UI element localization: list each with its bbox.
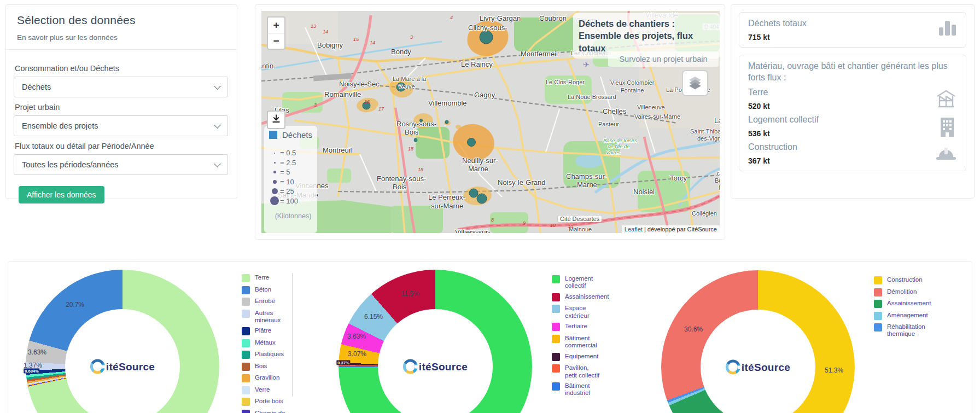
leaflet-link[interactable]: Leaflet [625, 226, 643, 232]
legend-item[interactable]: Aménagement [874, 312, 941, 320]
download-map-button[interactable] [267, 110, 285, 129]
attribution-text: | développé par CitéSource [643, 226, 717, 232]
flux-item-construction: Construction 367 kt [748, 142, 957, 165]
map-label: 18 [408, 146, 413, 152]
consumption-waste-select[interactable]: Déchets [14, 77, 228, 97]
map-label: Villeneuve [637, 104, 665, 110]
bar-chart-icon [937, 18, 957, 38]
legend-scrollbar[interactable] [292, 273, 293, 397]
legend-item[interactable]: Plastiques [242, 351, 285, 359]
legend-label: Porte bois [255, 398, 283, 405]
map-label: Coubron [539, 14, 567, 22]
legend-label: Réhabilitation thermique [887, 323, 941, 338]
map-label: Collégien [692, 210, 717, 217]
size-legend-row: = 2.5 [269, 158, 317, 168]
size-legend-row: = 25 [269, 187, 317, 196]
legend-swatch-icon [874, 300, 882, 308]
legend-label: Tertiaire [565, 323, 587, 330]
donut-chart-1[interactable]: itéSource [26, 270, 219, 413]
legend-swatch-icon [552, 305, 560, 313]
size-legend-row: = 5 [269, 167, 317, 177]
layers-icon [687, 74, 703, 92]
show-data-button[interactable]: Afficher les données [19, 186, 104, 203]
slice-percent-label: 3.63% [347, 333, 366, 340]
legend-item[interactable]: Equipement [552, 353, 602, 361]
legend-item[interactable]: Chemin de câble [242, 410, 285, 413]
size-dot-icon [274, 162, 276, 164]
legend-item[interactable]: Gravillon [242, 374, 285, 382]
size-legend-unit: (Kilotonnes) [269, 212, 317, 220]
map-label: sur-Marne [431, 202, 463, 210]
map-label: 13 [311, 24, 316, 29]
legend-item[interactable]: Verre [242, 386, 285, 394]
legend-label: Assainissement [887, 300, 931, 307]
flux-label: Construction [748, 142, 797, 153]
legend-label: Enrobé [255, 298, 275, 305]
donut-chart-3[interactable]: itéSource [661, 270, 855, 413]
chevron-down-icon [214, 121, 221, 129]
legend-item[interactable]: Enrobé [242, 298, 285, 306]
size-legend-title: Déchets [282, 130, 312, 139]
map-label: Villiers-sur- [455, 228, 491, 234]
map-attribution: Leaflet | développé par CitéSource [622, 225, 720, 233]
chevron-down-icon [214, 83, 221, 90]
zoom-in-button[interactable]: + [268, 18, 284, 33]
legend-item[interactable]: Espace extérieur [552, 305, 602, 319]
legend-item[interactable]: Assainissement [874, 300, 941, 308]
flux-value: 367 kt [748, 156, 797, 165]
legend-item[interactable]: Terre [242, 274, 285, 282]
map-label: Bois [405, 128, 418, 136]
legend-label: Assainissement [565, 293, 609, 300]
zoom-out-button[interactable]: − [268, 33, 284, 49]
urban-project-select[interactable]: Ensemble des projets [14, 115, 228, 136]
legend-item[interactable]: Métaux [242, 339, 285, 347]
legend-label: Verre [255, 386, 270, 393]
legend-item[interactable]: Plâtre [242, 327, 285, 335]
legend-label: Démolition [887, 288, 917, 295]
legend-item[interactable]: Assainissement [552, 293, 602, 301]
citesource-logo: itéSource [90, 359, 155, 374]
data-selection-panel: Sélection des données En savoir plus sur… [5, 4, 237, 199]
legend-item[interactable]: Porte bois [242, 398, 285, 406]
map-label: Base de loisirs [603, 137, 637, 143]
legend-item[interactable]: Bâtiment commercial [552, 335, 602, 349]
size-label: = 25 [280, 187, 294, 195]
size-legend-row: = 0.5 [269, 148, 317, 158]
legend-item[interactable]: Réhabilitation thermique [874, 323, 941, 338]
map-label: Noisy-le-Sec [339, 80, 380, 88]
period-select[interactable]: Toutes les périodes/années [14, 154, 228, 175]
map-label: 3 [314, 102, 317, 108]
map-card: antinBobignyBondyLe RaincyLivry-GarganCl… [255, 4, 725, 240]
map-label: Pasteur [598, 121, 619, 127]
legend-swatch-icon [242, 298, 250, 306]
slice-percent-label: 20.7% [66, 301, 84, 309]
donut-chart-2[interactable]: itéSource [339, 270, 532, 413]
legend-swatch-icon [242, 310, 250, 318]
legend-item[interactable]: Démolition [874, 288, 941, 296]
size-legend-title-row: Déchets [269, 130, 317, 139]
layers-control-button[interactable] [682, 70, 708, 96]
map-label: de l'Île de [608, 143, 629, 149]
map-title-line2: Ensemble des projets, flux totaux [579, 30, 714, 54]
legend-item[interactable]: Bois [242, 363, 285, 371]
map-label: 9 [523, 220, 526, 226]
map-label: Gouvernes [717, 171, 720, 177]
map-label: Bondy [391, 48, 411, 56]
map[interactable]: antinBobignyBondyLe RaincyLivry-GarganCl… [261, 11, 720, 233]
legend-item[interactable]: Logement collectif [552, 275, 602, 289]
legend-item[interactable]: Autres minéraux [242, 310, 285, 324]
map-label: Mart [719, 184, 720, 191]
map-label: Veuve [398, 83, 415, 90]
legend-swatch-icon [242, 363, 250, 371]
legend-item[interactable]: Tertiaire [552, 323, 602, 331]
legend-item[interactable]: Bâtiment industriel [552, 382, 602, 397]
legend-item[interactable]: Pavillon, petit collectif [552, 364, 602, 379]
panel-title: Sélection des données [17, 14, 228, 27]
stats-panel: Déchets totaux 715 kt Matériau, ouvrage … [731, 4, 975, 199]
total-waste-title: Déchets totaux [748, 18, 807, 30]
legend-item[interactable]: Construction [874, 276, 941, 284]
legend-item[interactable]: Béton [242, 286, 285, 294]
data-info-link[interactable]: En savoir plus sur les données [17, 33, 118, 42]
map-label: Marne [468, 165, 488, 173]
map-label: Vaires-sur-Marne [634, 113, 680, 120]
